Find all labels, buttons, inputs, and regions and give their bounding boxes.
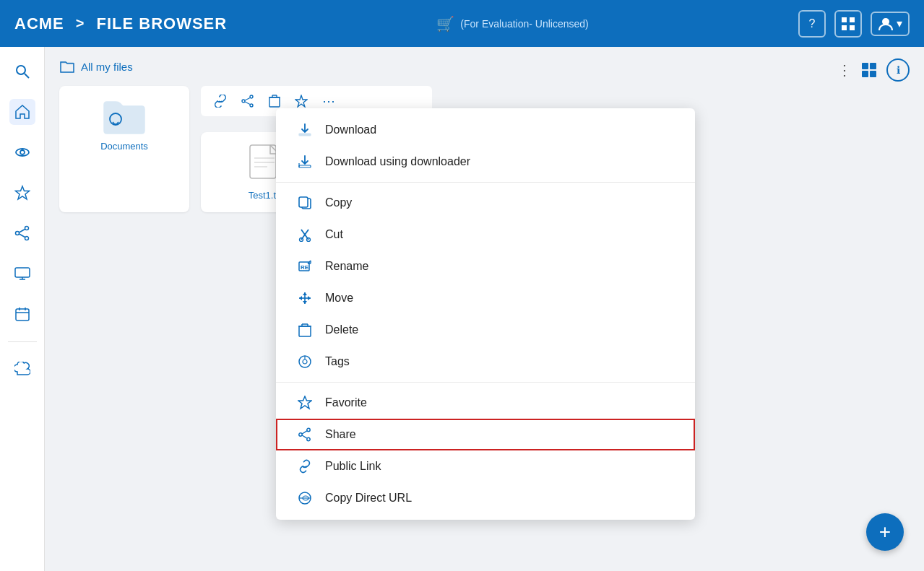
help-button[interactable]: ? — [798, 10, 826, 38]
sidebar-item-favorites[interactable] — [9, 180, 35, 206]
sidebar-item-share[interactable] — [9, 220, 35, 246]
svg-rect-0 — [842, 17, 847, 22]
menu-item-download-downloader[interactable]: Download using downloader — [276, 146, 695, 178]
svg-line-71 — [302, 431, 307, 434]
download-alt-icon — [296, 154, 314, 169]
svg-marker-67 — [298, 396, 311, 409]
context-menu-overlay: Download Download using downloader — [45, 47, 924, 571]
grid-button[interactable] — [834, 10, 862, 38]
svg-rect-47 — [299, 197, 308, 207]
context-menu: Download Download using downloader — [276, 108, 695, 520]
brand-name: ACME — [14, 14, 64, 33]
header-right: ? ▾ — [798, 10, 910, 38]
user-icon — [878, 16, 894, 32]
header-center: 🛒 (For Evaluation- Unlicensed) — [227, 15, 798, 32]
svg-rect-43 — [299, 134, 311, 136]
menu-label-favorite: Favorite — [325, 396, 367, 409]
menu-item-share[interactable]: Share — [276, 419, 695, 450]
svg-rect-1 — [850, 17, 855, 22]
menu-item-favorite[interactable]: Favorite — [276, 387, 695, 419]
delete-svg — [298, 323, 311, 337]
public-link-icon — [296, 459, 314, 474]
header-brand: ACME > FILE BROWSER — [14, 14, 227, 33]
search-icon — [14, 64, 30, 79]
sidebar-item-monitor[interactable] — [9, 261, 35, 287]
svg-line-13 — [19, 230, 25, 233]
main-layout: All my files ⋮ ℹ — [0, 47, 924, 571]
cut-icon — [296, 227, 314, 242]
sidebar-item-calendar[interactable] — [9, 301, 35, 327]
menu-label-download-downloader: Download using downloader — [325, 155, 470, 168]
svg-point-65 — [303, 359, 307, 364]
sidebar-item-cloud[interactable] — [9, 357, 35, 383]
content-area: All my files ⋮ ℹ — [45, 47, 924, 571]
svg-line-14 — [19, 234, 25, 237]
menu-label-delete: Delete — [325, 323, 358, 336]
star-icon — [14, 185, 30, 201]
share-menu-svg — [298, 427, 312, 442]
tags-svg — [298, 354, 312, 369]
cart-icon: 🛒 — [436, 15, 454, 32]
menu-label-copy: Copy — [325, 196, 352, 209]
copy-url-svg — [298, 491, 312, 505]
download-svg — [298, 123, 312, 137]
svg-point-5 — [17, 66, 25, 74]
calendar-icon — [14, 306, 30, 322]
sidebar-item-preview[interactable] — [9, 139, 35, 165]
move-svg — [298, 291, 312, 305]
svg-point-10 — [25, 227, 28, 230]
svg-point-69 — [307, 437, 310, 440]
public-link-svg — [298, 459, 312, 474]
menu-item-copy[interactable]: Copy — [276, 187, 695, 219]
svg-point-12 — [15, 232, 19, 235]
user-menu-button[interactable]: ▾ — [871, 12, 910, 36]
menu-item-copy-direct-url[interactable]: Copy Direct URL — [276, 482, 695, 514]
tags-icon — [296, 354, 314, 369]
rename-icon: RE — [296, 259, 314, 274]
cut-svg — [298, 227, 312, 242]
download-icon — [296, 123, 314, 137]
menu-label-cut: Cut — [325, 228, 343, 241]
share-icon — [14, 225, 30, 241]
header-separator: > — [76, 15, 85, 32]
svg-text:RE: RE — [301, 264, 309, 271]
copy-direct-url-icon — [296, 491, 314, 505]
svg-rect-2 — [842, 25, 847, 30]
app-name: FILE BROWSER — [96, 14, 227, 33]
svg-rect-59 — [299, 326, 311, 336]
eval-text: (For Evaluation- Unlicensed) — [460, 18, 588, 30]
move-icon — [296, 291, 314, 305]
menu-item-cut[interactable]: Cut — [276, 219, 695, 250]
copy-icon — [296, 196, 314, 210]
menu-label-move: Move — [325, 292, 353, 305]
share-menu-icon — [296, 427, 314, 442]
home-icon — [14, 104, 30, 120]
help-icon: ? — [809, 17, 816, 30]
header: ACME > FILE BROWSER 🛒 (For Evaluation- U… — [0, 0, 924, 47]
svg-point-68 — [307, 428, 310, 431]
svg-line-72 — [302, 435, 307, 438]
menu-label-public-link: Public Link — [325, 460, 381, 473]
menu-label-rename: Rename — [325, 260, 368, 273]
svg-line-6 — [25, 74, 29, 78]
menu-label-copy-direct-url: Copy Direct URL — [325, 492, 412, 505]
menu-divider-2 — [276, 382, 695, 383]
menu-divider-1 — [276, 182, 695, 183]
menu-item-download[interactable]: Download — [276, 114, 695, 146]
favorite-icon — [296, 396, 314, 410]
favorite-svg — [298, 396, 312, 410]
eye-icon — [14, 144, 30, 160]
svg-rect-44 — [299, 165, 311, 167]
menu-item-tags[interactable]: Tags — [276, 346, 695, 378]
svg-rect-18 — [16, 309, 29, 321]
menu-item-delete[interactable]: Delete — [276, 314, 695, 346]
svg-point-70 — [299, 433, 302, 436]
chevron-down-icon: ▾ — [897, 17, 902, 30]
svg-rect-15 — [15, 268, 30, 277]
sidebar-item-search[interactable] — [9, 58, 35, 84]
menu-item-rename[interactable]: RE Rename — [276, 250, 695, 282]
menu-item-move[interactable]: Move — [276, 282, 695, 314]
sidebar-item-home[interactable] — [9, 99, 35, 125]
menu-label-share: Share — [325, 428, 356, 441]
menu-item-public-link[interactable]: Public Link — [276, 450, 695, 482]
